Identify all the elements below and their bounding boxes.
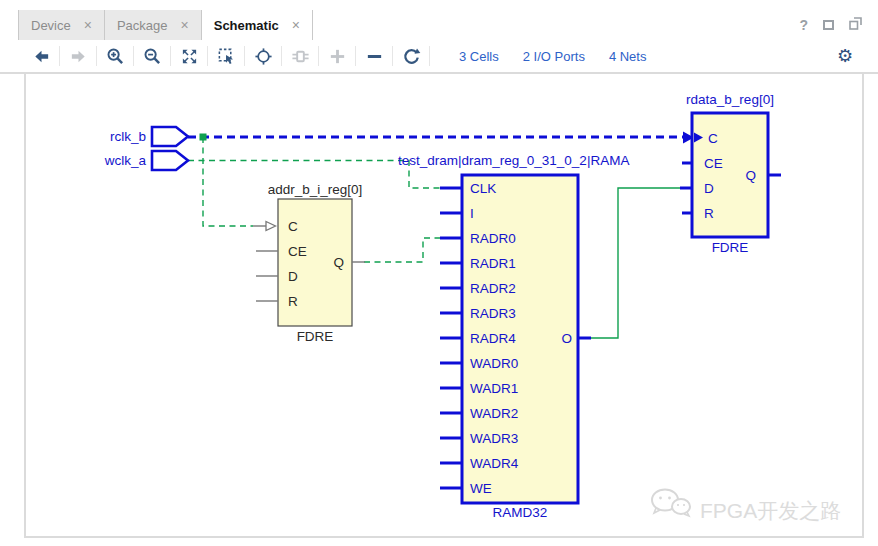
cell-ram-rama[interactable]: test_dram|dram_reg_0_31_0_2|RAMA CLK I R… — [398, 153, 629, 520]
toolbar-separator — [392, 46, 393, 66]
remove-button[interactable] — [361, 44, 387, 68]
add-button[interactable] — [324, 44, 350, 68]
net-ram-output[interactable] — [591, 188, 680, 338]
zoom-out-button[interactable] — [139, 44, 165, 68]
pin-label: CE — [704, 156, 723, 171]
schematic-toolbar: 3 Cells 2 I/O Ports 4 Nets ⚙ — [0, 40, 878, 74]
gear-icon: ⚙ — [837, 47, 853, 65]
close-icon[interactable]: × — [84, 18, 92, 32]
zoom-fit-button[interactable] — [176, 44, 202, 68]
cells-count-link[interactable]: 3 Cells — [459, 49, 499, 64]
cell-addr_b_i_reg[interactable]: addr_b_i_reg[0] C CE D R Q FDRE — [253, 182, 365, 344]
regenerate-button[interactable] — [398, 44, 424, 68]
tab-package[interactable]: Package × — [105, 10, 202, 40]
pin-label: WE — [470, 481, 492, 496]
pin-label: RADR0 — [470, 231, 516, 246]
close-icon[interactable]: × — [181, 18, 189, 32]
window-controls: ? — [799, 16, 862, 34]
tab-label: Device — [31, 18, 71, 33]
maximize-icon[interactable] — [823, 20, 834, 30]
pin-label: C — [288, 219, 298, 234]
pin-label: RADR1 — [470, 256, 516, 271]
back-button[interactable] — [28, 44, 54, 68]
pin-label: CE — [288, 244, 307, 259]
net-addr-q[interactable] — [364, 238, 440, 262]
toolbar-separator — [318, 46, 319, 66]
toolbar-separator — [355, 46, 356, 66]
cell-type-label: RAMD32 — [493, 505, 548, 520]
pin-label: D — [704, 181, 714, 196]
toolbar-separator — [244, 46, 245, 66]
pin-label: WADR1 — [470, 381, 518, 396]
pin-label: WADR4 — [470, 456, 519, 471]
tab-schematic[interactable]: Schematic × — [202, 10, 313, 40]
pin-label: CLK — [470, 181, 496, 196]
pin-label: WADR2 — [470, 406, 518, 421]
port-symbol[interactable] — [152, 151, 188, 170]
cell-instance-label[interactable]: test_dram|dram_reg_0_31_0_2|RAMA — [398, 153, 629, 168]
forward-button[interactable] — [65, 44, 91, 68]
pin-label: RADR4 — [470, 331, 516, 346]
port-label: rclk_b — [110, 129, 146, 144]
toolbar-separator — [429, 46, 430, 66]
cell-instance-label[interactable]: rdata_b_reg[0] — [686, 92, 774, 107]
toolbar-separator — [59, 46, 60, 66]
zoom-to-selection-button[interactable] — [213, 44, 239, 68]
toolbar-separator — [170, 46, 171, 66]
schematic-canvas[interactable]: rclk_b wclk_a addr_b_i_reg[0] C CE D R — [24, 74, 864, 538]
tab-device[interactable]: Device × — [18, 10, 105, 40]
tab-bar: Device × Package × Schematic × — [18, 10, 313, 40]
io-ports-count-link[interactable]: 2 I/O Ports — [523, 49, 585, 64]
settings-button[interactable]: ⚙ — [832, 44, 858, 68]
schematic-window: Device × Package × Schematic × ? — [0, 0, 878, 546]
toolbar-separator — [281, 46, 282, 66]
close-icon[interactable]: × — [292, 18, 300, 32]
watermark-text: FPGA开发之路 — [700, 499, 841, 522]
port-label: wclk_a — [104, 153, 147, 168]
expand-cone-button[interactable] — [287, 44, 313, 68]
nets-count-link[interactable]: 4 Nets — [609, 49, 647, 64]
port-symbol[interactable] — [152, 127, 188, 146]
pin-label: R — [704, 206, 714, 221]
zoom-in-button[interactable] — [102, 44, 128, 68]
wechat-icon — [652, 490, 690, 517]
tab-label: Package — [117, 18, 168, 33]
pin-label: RADR3 — [470, 306, 516, 321]
pin-label: C — [708, 131, 718, 146]
pin-label: O — [561, 331, 572, 346]
cell-rdata_b_reg[interactable]: rdata_b_reg[0] C CE D R Q FDRE — [680, 92, 781, 255]
port-rclk_b[interactable]: rclk_b — [110, 127, 188, 146]
pin-label: I — [470, 206, 474, 221]
net-rclk-branch[interactable] — [203, 137, 253, 226]
toolbar-separator — [133, 46, 134, 66]
pin-label: D — [288, 269, 298, 284]
tab-label: Schematic — [214, 18, 279, 33]
port-wclk_a[interactable]: wclk_a — [104, 151, 188, 170]
pin-label: Q — [745, 168, 756, 183]
pin-label: WADR3 — [470, 431, 518, 446]
watermark: FPGA开发之路 — [652, 490, 841, 523]
help-icon[interactable]: ? — [799, 17, 808, 33]
clock-pin-marker — [266, 222, 276, 231]
autofit-selection-button[interactable] — [250, 44, 276, 68]
pin-label: R — [288, 294, 298, 309]
toolbar-separator — [207, 46, 208, 66]
pin-label: WADR0 — [470, 356, 518, 371]
pin-label: Q — [333, 255, 344, 270]
cell-type-label: FDRE — [297, 329, 334, 344]
float-icon[interactable] — [849, 16, 862, 34]
cell-type-label: FDRE — [712, 240, 749, 255]
toolbar-separator — [96, 46, 97, 66]
net-junction — [200, 134, 207, 141]
cell-instance-label[interactable]: addr_b_i_reg[0] — [268, 182, 363, 197]
pin-label: RADR2 — [470, 281, 516, 296]
